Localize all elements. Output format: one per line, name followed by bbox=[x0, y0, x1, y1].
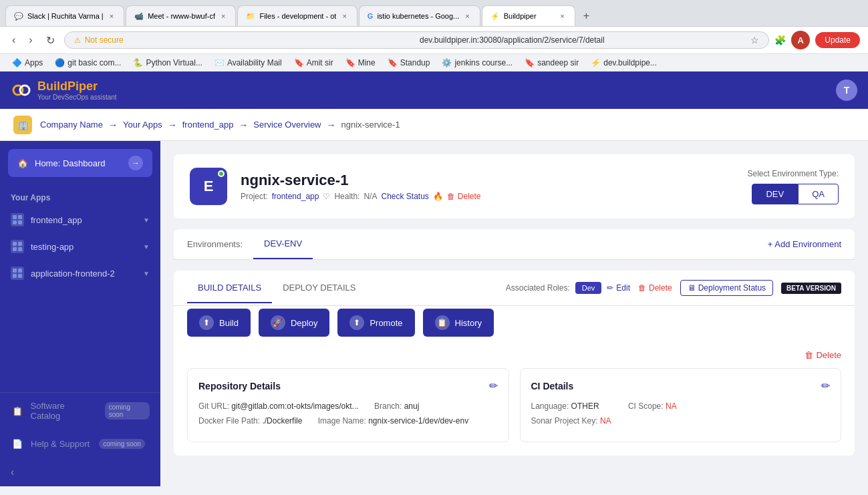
top-nav: BuildPiper Your DevSecOps assistant T bbox=[0, 71, 868, 109]
tab-meet[interactable]: 📹 Meet - rwww-bwuf-cf × bbox=[126, 5, 236, 26]
breadcrumb: 🏢 Company Name → Your Apps → frontend_ap… bbox=[0, 109, 868, 141]
sidebar-item-application-frontend-2[interactable]: application-frontend-2 ▼ bbox=[0, 260, 160, 287]
repo-git-url-row: Git URL: git@gitlab.com:ot-okts/images/o… bbox=[198, 401, 498, 411]
tab-bar: 💬 Slack | Ruchita Varma | × 📹 Meet - rww… bbox=[0, 0, 868, 26]
breadcrumb-your-apps[interactable]: Your Apps bbox=[123, 120, 162, 130]
standup-favicon: 🔖 bbox=[388, 58, 398, 67]
catalog-icon: 📋 bbox=[11, 404, 24, 418]
bookmark-availability[interactable]: ✉️ Availability Mail bbox=[210, 57, 286, 69]
sidebar-item-frontend-app[interactable]: frontend_app ▼ bbox=[0, 206, 160, 233]
bookmark-mine[interactable]: 🔖 Mine bbox=[341, 57, 380, 69]
branch-value: anuj bbox=[404, 401, 420, 411]
add-environment-button[interactable]: + Add Environment bbox=[768, 239, 841, 249]
delete-row-icon: 🗑 bbox=[805, 350, 813, 360]
user-avatar[interactable]: T bbox=[836, 79, 857, 101]
ci-sonar-row: Sonar Project Key: NA bbox=[531, 416, 831, 426]
role-actions: ✏ Edit 🗑 Delete 🖥 Deployment Status bbox=[607, 280, 841, 296]
breadcrumb-sep-3: → bbox=[239, 120, 248, 130]
sonar-key-value: NA bbox=[600, 416, 611, 426]
jenkins-favicon: ⚙️ bbox=[442, 58, 452, 67]
sidebar-collapse-button[interactable]: ‹ bbox=[11, 466, 14, 478]
repo-card-title: Repository Details bbox=[198, 381, 281, 391]
deploy-button[interactable]: 🚀 Deploy bbox=[259, 309, 329, 337]
back-button[interactable]: ‹ bbox=[8, 33, 19, 47]
deployment-status-button[interactable]: 🖥 Deployment Status bbox=[680, 280, 773, 296]
logo-brand: BuildPiper bbox=[37, 79, 117, 94]
delete-build-button[interactable]: 🗑 Delete bbox=[805, 350, 841, 360]
breadcrumb-frontend-app[interactable]: frontend_app bbox=[182, 120, 234, 130]
profile-avatar-top[interactable]: A bbox=[791, 31, 810, 49]
tab-deploy-details[interactable]: DEPLOY DETAILS bbox=[272, 273, 366, 303]
bookmark-python[interactable]: 🐍 Python Virtual... bbox=[129, 57, 206, 69]
history-icon: 📋 bbox=[435, 315, 450, 330]
update-button[interactable]: Update bbox=[815, 32, 860, 48]
bookmark-git[interactable]: 🔵 git basic com... bbox=[51, 57, 125, 69]
new-tab-button[interactable]: + bbox=[577, 6, 596, 26]
url-address: dev.buildpiper.in:30080/application/2/se… bbox=[420, 35, 750, 45]
monitor-icon: 🖥 bbox=[688, 283, 696, 293]
env-dev-button[interactable]: DEV bbox=[752, 184, 798, 204]
sidebar-item-testing-app[interactable]: testing-app ▼ bbox=[0, 233, 160, 260]
fire-icon: 🔥 bbox=[433, 192, 443, 201]
software-catalog-badge: coming soon bbox=[105, 402, 150, 420]
tab-close-files[interactable]: × bbox=[340, 11, 348, 21]
forward-button[interactable]: › bbox=[25, 33, 36, 47]
tab-build-details[interactable]: BUILD DETAILS bbox=[187, 273, 272, 303]
docker-file-value: ./Dockerfile bbox=[262, 416, 302, 426]
tab-close-meet[interactable]: × bbox=[219, 11, 227, 21]
tab-google[interactable]: G istio kubernetes - Goog... × bbox=[359, 5, 480, 26]
breadcrumb-service-name: ngnix-service-1 bbox=[341, 120, 400, 130]
tab-dev-env[interactable]: DEV-ENV bbox=[253, 229, 313, 259]
url-bar[interactable]: ⚠ Not secure dev.buildpiper.in:30080/app… bbox=[64, 31, 770, 49]
history-button[interactable]: 📋 History bbox=[423, 309, 494, 337]
env-qa-button[interactable]: QA bbox=[798, 184, 839, 204]
apps-icon: 🔷 bbox=[12, 58, 22, 67]
ci-edit-icon[interactable]: ✏ bbox=[821, 379, 830, 392]
tab-buildpiper[interactable]: ⚡ Buildpiper × bbox=[482, 5, 575, 26]
breadcrumb-sep-2: → bbox=[168, 120, 177, 130]
bookmark-standup[interactable]: 🔖 Standup bbox=[384, 57, 434, 69]
tab-favicon-slack: 💬 bbox=[14, 12, 23, 21]
bookmark-apps[interactable]: 🔷 Apps bbox=[8, 57, 47, 69]
build-button[interactable]: ⬆ Build bbox=[187, 309, 251, 337]
project-link[interactable]: frontend_app bbox=[272, 192, 319, 201]
tab-close-buildpiper[interactable]: × bbox=[558, 11, 566, 21]
breadcrumb-service-overview[interactable]: Service Overview bbox=[253, 120, 321, 130]
bookmark-sandeep[interactable]: 🔖 sandeep sir bbox=[521, 57, 583, 69]
tab-close-google[interactable]: × bbox=[463, 11, 471, 21]
reload-button[interactable]: ↻ bbox=[42, 33, 59, 48]
tab-close-slack[interactable]: × bbox=[108, 11, 116, 21]
breadcrumb-home-icon: 🏢 bbox=[13, 116, 32, 134]
bookmark-amit[interactable]: 🔖 Amit sir bbox=[290, 57, 337, 69]
repo-edit-icon[interactable]: ✏ bbox=[489, 379, 498, 392]
tab-slack[interactable]: 💬 Slack | Ruchita Varma | × bbox=[5, 5, 124, 26]
bookmarks-bar: 🔷 Apps 🔵 git basic com... 🐍 Python Virtu… bbox=[0, 53, 868, 71]
service-name: ngnix-service-1 bbox=[241, 172, 481, 189]
service-delete-link[interactable]: 🗑 Delete bbox=[447, 192, 481, 201]
url-action-icons: ☆ bbox=[750, 35, 759, 45]
bookmark-devbuildpiper[interactable]: ⚡ dev.buildpipe... bbox=[587, 57, 661, 69]
service-header: E ngnix-service-1 Project: frontend_app … bbox=[174, 154, 855, 218]
breadcrumb-company[interactable]: Company Name bbox=[40, 120, 103, 130]
extensions-icon[interactable]: 🧩 bbox=[774, 35, 786, 45]
star-icon[interactable]: ☆ bbox=[750, 35, 759, 45]
check-status-link[interactable]: Check Status bbox=[381, 192, 428, 201]
tab-title-buildpiper: Buildpiper bbox=[504, 12, 555, 20]
bookmark-jenkins[interactable]: ⚙️ jenkins course... bbox=[438, 57, 517, 69]
ci-card-title: CI Details bbox=[531, 381, 574, 391]
tab-files[interactable]: 📁 Files - development - ot × bbox=[237, 5, 357, 26]
home-label: Home: Dashboard bbox=[35, 158, 106, 168]
sidebar-software-catalog[interactable]: 📋 Software Catalog coming soon bbox=[0, 392, 160, 429]
repository-details-card: Repository Details ✏ Git URL: git@gitlab… bbox=[187, 368, 509, 442]
home-dashboard-button[interactable]: 🏠 Home: Dashboard → bbox=[8, 149, 152, 177]
promote-button[interactable]: ⬆ Promote bbox=[337, 309, 414, 337]
testing-app-chevron-icon: ▼ bbox=[143, 243, 150, 251]
help-icon: 📄 bbox=[11, 437, 24, 450]
edit-role-button[interactable]: ✏ Edit bbox=[607, 283, 630, 293]
ci-details-card: CI Details ✏ Language: OTHER CI Scope: N… bbox=[520, 368, 842, 442]
logo-icon bbox=[11, 79, 32, 101]
delete-role-button[interactable]: 🗑 Delete bbox=[638, 283, 672, 293]
env-selector: Select Environment Type: DEV QA bbox=[747, 169, 839, 204]
sidebar-help-support[interactable]: 📄 Help & Support coming soon bbox=[0, 429, 160, 458]
tab-favicon-files: 📁 bbox=[246, 12, 255, 21]
